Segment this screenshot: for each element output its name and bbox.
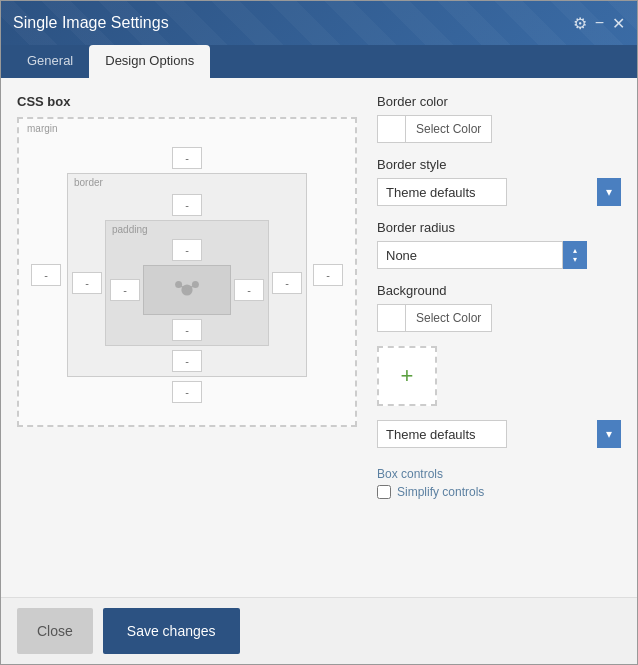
border-left-input[interactable] — [72, 272, 102, 294]
bg-dropdown-wrapper: Theme defaults None Custom — [377, 420, 621, 448]
element-icon — [173, 276, 201, 304]
add-image-icon: + — [401, 363, 414, 389]
background-image-box[interactable]: + — [377, 346, 437, 406]
border-color-selector: Select Color — [377, 115, 621, 143]
box-controls-section: Box controls Simplify controls — [377, 466, 621, 499]
minimize-icon[interactable]: − — [595, 14, 604, 33]
margin-label: margin — [27, 123, 58, 134]
border-bottom-input[interactable] — [172, 350, 202, 372]
window: Single Image Settings ⚙ − ✕ General Desi… — [0, 0, 638, 665]
background-color-swatch[interactable] — [377, 304, 405, 332]
bg-dropdown-arrow — [597, 420, 621, 448]
border-style-group: Border style Theme defaults None Solid D… — [377, 157, 621, 206]
padding-top-input[interactable] — [172, 239, 202, 261]
margin-left-input[interactable] — [31, 264, 61, 286]
padding-label: padding — [112, 224, 148, 235]
bg-dropdown-select[interactable]: Theme defaults None Custom — [377, 420, 507, 448]
border-color-label: Border color — [377, 94, 621, 109]
right-panel: Border color Select Color Border style T… — [377, 94, 621, 581]
border-style-wrapper: Theme defaults None Solid Dashed Dotted — [377, 178, 621, 206]
border-label: border — [74, 177, 103, 188]
margin-top-input[interactable] — [172, 147, 202, 169]
inner-icon-box — [143, 265, 231, 315]
footer: Close Save changes — [1, 597, 637, 664]
border-radius-input[interactable] — [377, 241, 563, 269]
css-box-title: CSS box — [17, 94, 357, 109]
background-color-selector: Select Color — [377, 304, 621, 332]
border-color-group: Border color Select Color — [377, 94, 621, 143]
background-label: Background — [377, 283, 621, 298]
window-title: Single Image Settings — [13, 14, 169, 32]
css-box-container: margin border — [17, 117, 357, 427]
border-radius-label: Border radius — [377, 220, 621, 235]
padding-left-input[interactable] — [110, 279, 140, 301]
title-controls: ⚙ − ✕ — [573, 14, 625, 33]
padding-right-input[interactable] — [234, 279, 264, 301]
close-window-icon[interactable]: ✕ — [612, 14, 625, 33]
background-color-button[interactable]: Select Color — [405, 304, 492, 332]
title-bar: Single Image Settings ⚙ − ✕ — [1, 1, 637, 45]
margin-right-input[interactable] — [313, 264, 343, 286]
border-radius-row — [377, 241, 621, 269]
border-style-label: Border style — [377, 157, 621, 172]
background-group: Background Select Color — [377, 283, 621, 332]
border-style-arrow — [597, 178, 621, 206]
main-area: CSS box margin b — [1, 78, 637, 597]
settings-icon[interactable]: ⚙ — [573, 14, 587, 33]
tab-bar: General Design Options — [1, 45, 637, 78]
border-radius-spinner[interactable] — [563, 241, 587, 269]
border-right-input[interactable] — [272, 272, 302, 294]
tab-design[interactable]: Design Options — [89, 45, 210, 78]
padding-bottom-input[interactable] — [172, 319, 202, 341]
simplify-row: Simplify controls — [377, 485, 621, 499]
css-box-section: CSS box margin b — [17, 94, 357, 581]
border-color-swatch[interactable] — [377, 115, 405, 143]
border-color-button[interactable]: Select Color — [405, 115, 492, 143]
simplify-label[interactable]: Simplify controls — [397, 485, 484, 499]
close-button[interactable]: Close — [17, 608, 93, 654]
border-style-select[interactable]: Theme defaults None Solid Dashed Dotted — [377, 178, 507, 206]
border-radius-group: Border radius — [377, 220, 621, 269]
simplify-checkbox[interactable] — [377, 485, 391, 499]
margin-bottom-input[interactable] — [172, 381, 202, 403]
main-content: CSS box margin b — [1, 78, 637, 664]
box-controls-link[interactable]: Box controls — [377, 467, 443, 481]
tab-general[interactable]: General — [11, 45, 89, 78]
border-top-input[interactable] — [172, 194, 202, 216]
save-button[interactable]: Save changes — [103, 608, 240, 654]
